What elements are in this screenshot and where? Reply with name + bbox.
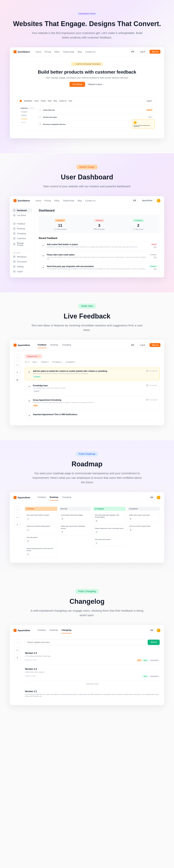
filter-completed[interactable]: Completed 4: [66, 361, 76, 363]
nav-link[interactable]: Home: [35, 51, 41, 53]
nav-link[interactable]: Testimonials: [63, 51, 74, 53]
vote-button[interactable]: 6: [27, 399, 31, 403]
roadmap-card[interactable]: Add bulk actions3: [25, 535, 57, 544]
vote-button[interactable]: 1: [39, 108, 42, 111]
tab-changelog[interactable]: Changelog: [62, 494, 71, 500]
mini-nav-link[interactable]: Docs: [69, 100, 72, 102]
vote-button[interactable]: 2: [41, 254, 45, 257]
lang-select[interactable]: EN: [129, 343, 135, 347]
vote-button[interactable]: 2: [129, 517, 132, 520]
vote-button[interactable]: 3: [95, 520, 98, 523]
sidebar-item-settings[interactable]: Settings: [12, 264, 32, 269]
feedback-item[interactable]: 3 Need third-party app integration with …: [39, 263, 160, 272]
lang-select[interactable]: EN: [149, 495, 155, 499]
mini-nav-link[interactable]: FAQs: [48, 100, 51, 102]
feedback-item[interactable]: 2 Please add a dark mode option I love t…: [39, 252, 160, 262]
vote-button[interactable]: 1: [41, 243, 45, 247]
nav-link[interactable]: Contact Us: [85, 51, 95, 53]
vote-button[interactable]: 1: [95, 541, 98, 545]
sidebar-item-workspace[interactable]: WorkSpace: [12, 254, 32, 259]
nav-link[interactable]: Pricing: [45, 51, 51, 53]
vote-button[interactable]: 4: [27, 528, 30, 531]
changelog-item[interactable]: Version 1.1 Lorem ipsum dolor sit amet. …: [25, 687, 160, 701]
nav-link[interactable]: Pricing: [45, 199, 51, 202]
nav-link[interactable]: Testimonials: [63, 199, 74, 202]
mini-sidebar-item[interactable]: Feedback: [20, 114, 35, 117]
tab-roadmap[interactable]: Roadmap: [50, 627, 58, 633]
logo[interactable]: AppointNote: [14, 344, 30, 347]
sidebar-item-customers[interactable]: Customers: [12, 236, 32, 241]
mini-nav-link[interactable]: Pricing: [41, 100, 45, 102]
tool-button[interactable]: ↕: [14, 640, 20, 646]
sidebar-item-roadmap[interactable]: Roadmap: [12, 226, 32, 231]
nav-link[interactable]: FAQs: [54, 199, 59, 202]
filter-all[interactable]: All 18: [25, 361, 29, 363]
avatar[interactable]: [157, 199, 160, 203]
vote-button[interactable]: 5: [129, 528, 132, 531]
tool-button[interactable]: ⊞: [14, 377, 20, 383]
roadmap-card[interactable]: Improve the website loading speed4: [25, 523, 57, 533]
feedback-item[interactable]: 6 Group Appointment Scheduling Being abl…: [25, 397, 160, 409]
tool-button[interactable]: ▭: [14, 514, 20, 520]
logo[interactable]: QuickNature: [14, 199, 30, 202]
filter-open[interactable]: Open 7: [32, 361, 38, 363]
sidebar-item-liveboard[interactable]: Live Board: [12, 213, 32, 218]
vote-button[interactable]: 6: [27, 370, 31, 374]
get-started-button[interactable]: Get Started: [70, 82, 85, 87]
sidebar-item-changelog[interactable]: Changelog: [12, 231, 32, 236]
roadmap-card[interactable]: Add a live chat for support team5: [127, 523, 160, 533]
sidebar-item-feedback[interactable]: Feedback: [12, 221, 32, 226]
filter-planned[interactable]: Planned 5: [41, 361, 49, 363]
roadmap-card[interactable]: Need third-party app integration with do…: [93, 513, 126, 524]
avatar[interactable]: [157, 496, 160, 499]
roadmap-card[interactable]: Please add a dark mode option2: [127, 513, 160, 522]
vote-button[interactable]: 3: [27, 413, 31, 417]
login-button[interactable]: Log In: [138, 343, 148, 347]
vote-button[interactable]: 3: [27, 539, 30, 542]
feedback-item[interactable]: 4 Knowledge base A knowledge View to sto…: [25, 382, 160, 395]
roadmap-card[interactable]: Add custom filed builder in project1: [25, 513, 57, 522]
vote-button[interactable]: 3: [61, 517, 64, 520]
tool-button[interactable]: ≡: [14, 369, 20, 375]
tab-feedback[interactable]: Feedback: [38, 627, 46, 633]
vote-button[interactable]: 1: [27, 517, 30, 520]
mini-nav-link[interactable]: Contact Us: [59, 100, 67, 102]
sidebar-item-dashboard[interactable]: Dashboard: [12, 208, 32, 213]
nav-link[interactable]: Blog: [78, 199, 82, 202]
nav-link[interactable]: Blog: [78, 51, 82, 53]
vote-button[interactable]: 2: [27, 553, 30, 556]
request-demo-link[interactable]: Request a demo →: [88, 83, 104, 85]
tab-feedback[interactable]: Feedback: [38, 494, 46, 500]
tool-button[interactable]: ≡: [14, 522, 20, 528]
roadmap-card[interactable]: Mobile app crashes when uploading produc…: [59, 523, 92, 535]
mini-sidebar-item[interactable]: Changelog: [20, 118, 35, 120]
sidebar-item-tournament[interactable]: Tournament: [12, 259, 32, 264]
roadmap-card[interactable]: Please implement a user community forum2: [93, 526, 126, 535]
logo[interactable]: QuickNature: [14, 50, 30, 53]
workspace-select[interactable]: AppointNote: [140, 198, 155, 203]
login-button[interactable]: Log In: [138, 50, 148, 54]
roadmap-card[interactable]: Allow exporting reports in PDF and CSV f…: [25, 546, 57, 557]
changelog-item[interactable]: Version 1.3 1 Fix update published 2 day…: [25, 649, 160, 665]
feedback-card[interactable]: 1 Custom filters feed Planned: [37, 107, 154, 113]
tab-changelog[interactable]: Changelog: [61, 627, 71, 633]
logo[interactable]: AppointNote: [14, 629, 30, 632]
tool-button[interactable]: ↕: [14, 507, 20, 513]
mini-nav-link[interactable]: Blog: [54, 100, 57, 102]
mini-sidebar-item[interactable]: Dashboard: [20, 107, 35, 110]
tab-roadmap[interactable]: Roadmap: [50, 494, 58, 500]
lang-select[interactable]: EN: [132, 198, 138, 203]
vote-button[interactable]: 3: [41, 266, 45, 269]
sidebar-item-product[interactable]: Manage Product: [12, 241, 32, 247]
search-button[interactable]: Search: [148, 640, 160, 645]
sidebar-item-logout[interactable]: Logout: [12, 269, 32, 274]
feedback-item[interactable]: 1 Add custom filed builder in project Ad…: [39, 241, 160, 250]
changelog-item[interactable]: Version 1.2 Added dark mode support Octo…: [25, 665, 160, 681]
roadmap-card[interactable]: Customizable dashboard widgets3: [59, 513, 92, 522]
feedback-item[interactable]: 3 Important Appointment Time in SMS Noti…: [25, 411, 160, 420]
logo[interactable]: AppointNote: [14, 496, 30, 499]
search-input[interactable]: [25, 640, 146, 645]
tab-roadmap[interactable]: Roadmap: [50, 342, 58, 348]
mini-sidebar-item[interactable]: In progress: [20, 111, 35, 113]
lang-select[interactable]: EN: [149, 628, 155, 632]
